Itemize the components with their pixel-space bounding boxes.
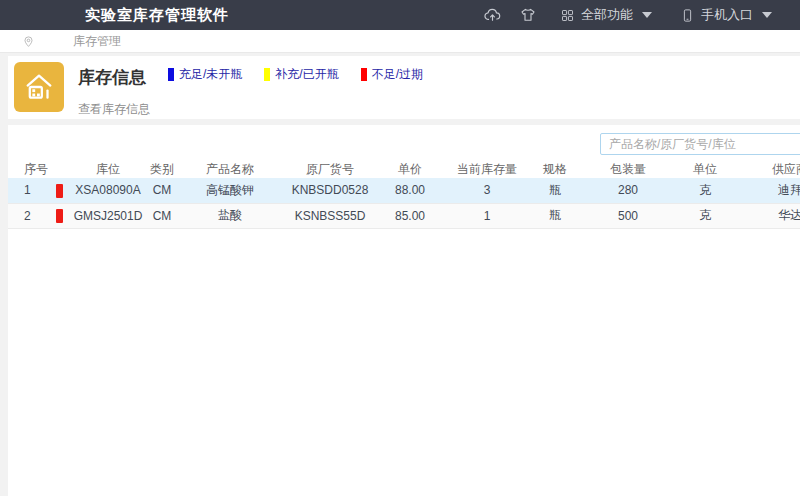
chevron-down-icon	[762, 12, 772, 18]
main-content: 库存信息 查看库存信息 充足/未开瓶 补充/已开瓶 不足/过期	[0, 56, 800, 496]
app-title: 实验室库存管理软件	[85, 6, 229, 25]
header-product-name: 产品名称	[178, 160, 282, 178]
cell-unit: 克	[678, 178, 732, 203]
page-subtitle: 查看库存信息	[78, 101, 150, 118]
cloud-upload-icon[interactable]	[474, 0, 510, 30]
inventory-header-panel: 库存信息 查看库存信息 充足/未开瓶 补充/已开瓶 不足/过期	[8, 56, 800, 119]
cell-spec: 瓶	[532, 178, 578, 203]
status-legend: 充足/未开瓶 补充/已开瓶 不足/过期	[168, 66, 423, 83]
status-red-badge	[56, 209, 63, 223]
cell-part-no: KNBSDD0528	[282, 178, 378, 203]
panel-heading: 库存信息 查看库存信息	[78, 62, 150, 113]
header-location: 库位	[70, 160, 146, 178]
breadcrumb: 库存管理	[0, 30, 800, 53]
cell-stock: 3	[442, 178, 532, 203]
header-category: 类别	[146, 160, 178, 178]
theme-tshirt-icon[interactable]	[510, 0, 546, 30]
cell-location: GMSJ2501D	[70, 203, 146, 228]
cell-pack: 500	[578, 203, 678, 228]
cell-status	[48, 203, 70, 228]
all-functions-label: 全部功能	[581, 6, 633, 24]
legend-insufficient-label: 不足/过期	[372, 66, 423, 83]
header-price: 单价	[378, 160, 442, 178]
legend-red-chip	[361, 68, 367, 81]
legend-replenish-label: 补充/已开瓶	[275, 66, 338, 83]
cell-category: CM	[146, 178, 178, 203]
inventory-table: 序号 库位 类别 产品名称 原厂货号 单价 当前库存量 规格 包装量 单位 供应…	[8, 160, 800, 229]
all-functions-menu[interactable]: 全部功能	[546, 0, 666, 30]
legend-replenish: 补充/已开瓶	[264, 66, 338, 83]
table-row[interactable]: 1 XSA08090A CM 高锰酸钾 KNBSDD0528 88.00 3 瓶…	[8, 178, 800, 203]
cell-seq: 2	[8, 203, 48, 228]
warehouse-icon	[14, 62, 64, 112]
table-header-row: 序号 库位 类别 产品名称 原厂货号 单价 当前库存量 规格 包装量 单位 供应…	[8, 160, 800, 178]
chevron-down-icon	[642, 12, 652, 18]
topbar-actions: 全部功能 手机入口	[474, 0, 800, 30]
cell-category: CM	[146, 203, 178, 228]
cell-status	[48, 178, 70, 203]
header-stock: 当前库存量	[442, 160, 532, 178]
header-seq: 序号	[8, 160, 48, 178]
table-row[interactable]: 2 GMSJ2501D CM 盐酸 KSNBSS55D 85.00 1 瓶 50…	[8, 203, 800, 228]
header-supplier: 供应商	[732, 160, 800, 178]
header-part-no: 原厂货号	[282, 160, 378, 178]
cell-location: XSA08090A	[70, 178, 146, 203]
inventory-table-panel: 序号 库位 类别 产品名称 原厂货号 单价 当前库存量 规格 包装量 单位 供应…	[8, 125, 800, 496]
cell-supplier: 华达	[732, 203, 800, 228]
cell-unit: 克	[678, 203, 732, 228]
cell-product-name: 盐酸	[178, 203, 282, 228]
legend-sufficient-label: 充足/未开瓶	[179, 66, 242, 83]
breadcrumb-current: 库存管理	[73, 33, 121, 50]
header-pack: 包装量	[578, 160, 678, 178]
legend-yellow-chip	[264, 68, 270, 81]
cell-price: 88.00	[378, 178, 442, 203]
cell-supplier: 迪拜	[732, 178, 800, 203]
header-unit: 单位	[678, 160, 732, 178]
header-status	[48, 160, 70, 178]
legend-insufficient: 不足/过期	[361, 66, 423, 83]
cell-pack: 280	[578, 178, 678, 203]
status-red-badge	[56, 184, 63, 198]
apps-grid-icon	[560, 8, 575, 23]
location-pin-icon	[22, 35, 35, 48]
legend-sufficient: 充足/未开瓶	[168, 66, 242, 83]
search-input[interactable]	[600, 133, 800, 155]
cell-part-no: KSNBSS55D	[282, 203, 378, 228]
page-title: 库存信息	[78, 66, 150, 89]
cell-product-name: 高锰酸钾	[178, 178, 282, 203]
legend-blue-chip	[168, 68, 174, 81]
mobile-entry-label: 手机入口	[701, 6, 753, 24]
cell-spec: 瓶	[532, 203, 578, 228]
top-bar: 实验室库存管理软件 全部功能	[0, 0, 800, 30]
cell-price: 85.00	[378, 203, 442, 228]
mobile-entry-menu[interactable]: 手机入口	[666, 0, 786, 30]
cell-seq: 1	[8, 178, 48, 203]
header-spec: 规格	[532, 160, 578, 178]
cell-stock: 1	[442, 203, 532, 228]
mobile-phone-icon	[680, 8, 695, 23]
